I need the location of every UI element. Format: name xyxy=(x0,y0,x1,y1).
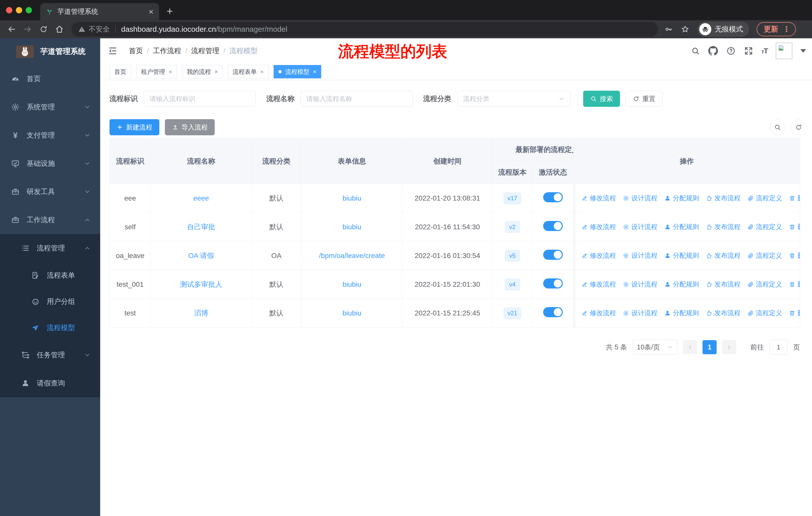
tag-tenant[interactable]: 租户管理× xyxy=(136,65,177,78)
assign-rule-link[interactable]: 分配规则 xyxy=(664,251,699,260)
sidebar-item-leave-query[interactable]: 请假查询 xyxy=(0,369,100,397)
sidebar-item-infra[interactable]: 基础设施 xyxy=(0,150,100,178)
sidebar-item-process-form[interactable]: 流程表单 xyxy=(0,262,100,289)
process-name-link[interactable]: 滔博 xyxy=(194,309,208,317)
search-button[interactable]: 搜索 xyxy=(583,91,620,107)
browser-update-button[interactable]: 更新 ⋮ xyxy=(757,22,796,36)
forward-icon[interactable] xyxy=(23,25,32,34)
create-process-button[interactable]: 新建流程 xyxy=(110,119,159,135)
active-toggle[interactable] xyxy=(543,192,563,202)
process-name-link[interactable]: 自己审批 xyxy=(187,223,215,231)
home-icon[interactable] xyxy=(55,25,64,34)
assign-rule-link[interactable]: 分配规则 xyxy=(664,194,699,202)
process-category-select[interactable]: 流程分类 xyxy=(457,91,571,107)
browser-menu-icon[interactable]: ⋮ xyxy=(783,25,790,33)
modify-process-link[interactable]: 修改流程 xyxy=(581,309,616,318)
active-toggle[interactable] xyxy=(543,221,563,231)
process-name-link[interactable]: 测试多审批人 xyxy=(180,280,222,288)
avatar[interactable] xyxy=(776,43,792,59)
fullscreen-icon[interactable] xyxy=(744,46,753,56)
reload-icon[interactable] xyxy=(39,25,48,33)
delete-link[interactable]: 删除 xyxy=(789,280,800,289)
process-name-link[interactable]: OA 请假 xyxy=(188,252,214,260)
form-info-link[interactable]: biubiu xyxy=(343,223,361,231)
publish-process-link[interactable]: 发布流程 xyxy=(706,251,741,260)
publish-process-link[interactable]: 发布流程 xyxy=(706,309,741,318)
publish-process-link[interactable]: 发布流程 xyxy=(706,280,741,289)
refresh-table-button[interactable] xyxy=(791,119,807,135)
close-window-button[interactable] xyxy=(6,7,12,13)
modify-process-link[interactable]: 修改流程 xyxy=(581,280,616,289)
design-process-link[interactable]: 设计流程 xyxy=(623,222,658,231)
process-key-input[interactable] xyxy=(144,91,256,107)
process-definition-link[interactable]: 流程定义 xyxy=(747,251,782,260)
sidebar-item-system[interactable]: 系统管理 xyxy=(0,93,100,121)
active-toggle[interactable] xyxy=(543,250,563,260)
next-page-button[interactable] xyxy=(722,340,736,354)
show-search-button[interactable] xyxy=(770,119,785,135)
tag-home[interactable]: 首页 xyxy=(110,65,131,78)
prev-page-button[interactable] xyxy=(683,340,697,354)
tag-process-model[interactable]: 流程模型× xyxy=(273,65,321,78)
window-controls[interactable] xyxy=(6,7,32,13)
bookmark-star-icon[interactable] xyxy=(680,25,690,34)
github-icon[interactable] xyxy=(708,46,718,56)
design-process-link[interactable]: 设计流程 xyxy=(623,194,658,202)
design-process-link[interactable]: 设计流程 xyxy=(623,251,658,260)
sidebar-item-payment[interactable]: ¥ 支付管理 xyxy=(0,121,100,150)
design-process-link[interactable]: 设计流程 xyxy=(623,309,658,318)
import-process-button[interactable]: 导入流程 xyxy=(165,119,215,135)
assign-rule-link[interactable]: 分配规则 xyxy=(664,309,699,318)
modify-process-link[interactable]: 修改流程 xyxy=(581,222,616,231)
current-page-button[interactable]: 1 xyxy=(702,340,717,354)
maximize-window-button[interactable] xyxy=(26,7,32,13)
active-toggle[interactable] xyxy=(543,307,563,317)
publish-process-link[interactable]: 发布流程 xyxy=(706,194,741,202)
tag-my-process[interactable]: 我的流程× xyxy=(182,65,223,78)
process-definition-link[interactable]: 流程定义 xyxy=(747,309,782,318)
help-icon[interactable] xyxy=(726,46,736,56)
breadcrumb-workflow[interactable]: 工作流程 xyxy=(153,46,181,56)
modify-process-link[interactable]: 修改流程 xyxy=(581,194,616,202)
close-icon[interactable]: × xyxy=(313,68,316,75)
process-name-input[interactable] xyxy=(300,91,412,107)
minimize-window-button[interactable] xyxy=(16,7,22,13)
process-definition-link[interactable]: 流程定义 xyxy=(747,222,782,231)
sidebar-item-process-management[interactable]: 流程管理 xyxy=(0,234,100,262)
delete-link[interactable]: 删除 xyxy=(789,222,800,231)
close-icon[interactable]: × xyxy=(169,68,172,75)
reset-button[interactable]: 重置 xyxy=(626,91,663,107)
modify-process-link[interactable]: 修改流程 xyxy=(581,251,616,260)
form-info-link[interactable]: biubiu xyxy=(343,194,361,202)
sidebar-item-workflow[interactable]: 工作流程 xyxy=(0,206,100,234)
delete-link[interactable]: 删除 xyxy=(789,194,800,202)
page-size-select[interactable]: 10条/页 xyxy=(633,340,677,355)
key-icon[interactable] xyxy=(665,25,673,33)
address-bar[interactable]: 不安全 dashboard.yudao.iocoder.cn/bpm/manag… xyxy=(71,22,658,36)
design-process-link[interactable]: 设计流程 xyxy=(623,280,658,289)
close-icon[interactable]: × xyxy=(260,68,264,75)
sidebar-item-process-model[interactable]: 流程模型 xyxy=(0,315,100,341)
assign-rule-link[interactable]: 分配规则 xyxy=(664,280,699,289)
publish-process-link[interactable]: 发布流程 xyxy=(706,222,741,231)
back-icon[interactable] xyxy=(7,25,16,34)
close-icon[interactable]: × xyxy=(214,68,218,75)
process-definition-link[interactable]: 流程定义 xyxy=(747,280,782,289)
sidebar-item-devtools[interactable]: 研发工具 xyxy=(0,178,100,206)
search-icon[interactable] xyxy=(691,46,700,55)
active-toggle[interactable] xyxy=(543,278,563,289)
collapse-sidebar-icon[interactable] xyxy=(108,46,118,56)
tag-process-form[interactable]: 流程表单× xyxy=(228,65,268,78)
form-info-link[interactable]: biubiu xyxy=(343,280,361,288)
breadcrumb-process-management[interactable]: 流程管理 xyxy=(191,46,220,56)
assign-rule-link[interactable]: 分配规则 xyxy=(664,222,699,231)
process-definition-link[interactable]: 流程定义 xyxy=(747,194,782,202)
breadcrumb-home[interactable]: 首页 xyxy=(129,46,143,56)
font-size-icon[interactable]: тT xyxy=(761,47,768,55)
form-info-link[interactable]: /bpm/oa/leave/create xyxy=(319,252,385,260)
sidebar-item-user-group[interactable]: 用户分组 xyxy=(0,289,100,315)
goto-page-input[interactable] xyxy=(770,340,788,355)
delete-link[interactable]: 删除 xyxy=(789,251,800,260)
process-name-link[interactable]: eeee xyxy=(193,194,209,202)
sidebar-item-task-management[interactable]: 任务管理 xyxy=(0,341,100,369)
